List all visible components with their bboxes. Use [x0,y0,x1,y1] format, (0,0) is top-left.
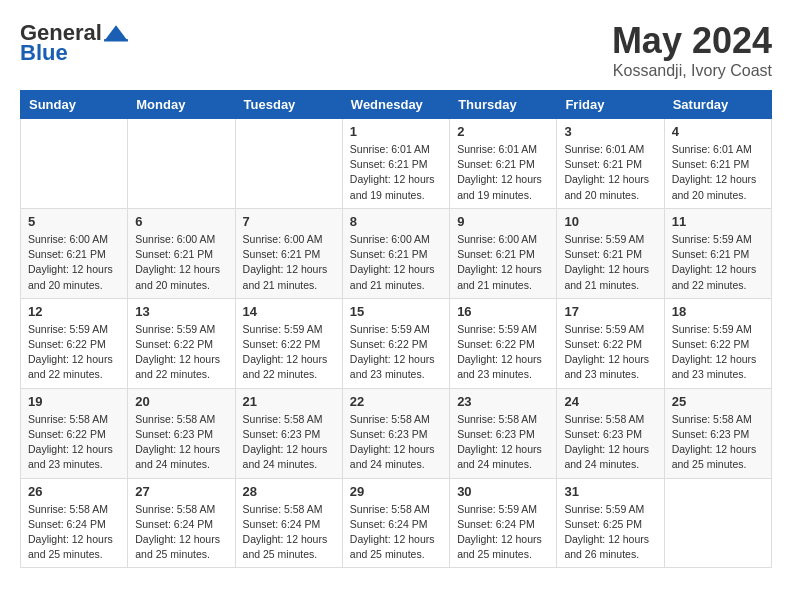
calendar-cell: 29 Sunrise: 5:58 AMSunset: 6:24 PMDaylig… [342,478,449,568]
day-number: 24 [564,394,656,409]
week-row-4: 19 Sunrise: 5:58 AMSunset: 6:22 PMDaylig… [21,388,772,478]
calendar-cell: 3 Sunrise: 6:01 AMSunset: 6:21 PMDayligh… [557,119,664,209]
calendar-cell: 14 Sunrise: 5:59 AMSunset: 6:22 PMDaylig… [235,298,342,388]
weekday-header-tuesday: Tuesday [235,91,342,119]
day-info: Sunrise: 5:58 AMSunset: 6:23 PMDaylight:… [564,412,656,473]
logo: General Blue [20,20,128,66]
day-number: 2 [457,124,549,139]
day-number: 10 [564,214,656,229]
day-info: Sunrise: 5:59 AMSunset: 6:24 PMDaylight:… [457,502,549,563]
day-number: 22 [350,394,442,409]
day-info: Sunrise: 5:59 AMSunset: 6:21 PMDaylight:… [564,232,656,293]
day-info: Sunrise: 5:59 AMSunset: 6:22 PMDaylight:… [457,322,549,383]
day-info: Sunrise: 6:01 AMSunset: 6:21 PMDaylight:… [564,142,656,203]
calendar-cell: 15 Sunrise: 5:59 AMSunset: 6:22 PMDaylig… [342,298,449,388]
day-info: Sunrise: 5:58 AMSunset: 6:23 PMDaylight:… [672,412,764,473]
calendar-cell: 28 Sunrise: 5:58 AMSunset: 6:24 PMDaylig… [235,478,342,568]
day-number: 3 [564,124,656,139]
calendar-cell: 7 Sunrise: 6:00 AMSunset: 6:21 PMDayligh… [235,208,342,298]
day-number: 13 [135,304,227,319]
day-info: Sunrise: 5:58 AMSunset: 6:24 PMDaylight:… [350,502,442,563]
day-info: Sunrise: 5:59 AMSunset: 6:22 PMDaylight:… [564,322,656,383]
calendar-cell: 19 Sunrise: 5:58 AMSunset: 6:22 PMDaylig… [21,388,128,478]
calendar-cell: 21 Sunrise: 5:58 AMSunset: 6:23 PMDaylig… [235,388,342,478]
day-info: Sunrise: 5:58 AMSunset: 6:23 PMDaylight:… [135,412,227,473]
svg-rect-1 [104,39,128,42]
day-number: 6 [135,214,227,229]
logo-icon [104,23,128,43]
calendar-cell: 13 Sunrise: 5:59 AMSunset: 6:22 PMDaylig… [128,298,235,388]
calendar-cell: 10 Sunrise: 5:59 AMSunset: 6:21 PMDaylig… [557,208,664,298]
day-info: Sunrise: 5:58 AMSunset: 6:23 PMDaylight:… [457,412,549,473]
day-number: 7 [243,214,335,229]
calendar-cell [235,119,342,209]
calendar-cell: 20 Sunrise: 5:58 AMSunset: 6:23 PMDaylig… [128,388,235,478]
page-header: General Blue May 2024 Kossandji, Ivory C… [20,20,772,80]
day-number: 1 [350,124,442,139]
day-info: Sunrise: 6:00 AMSunset: 6:21 PMDaylight:… [243,232,335,293]
week-row-3: 12 Sunrise: 5:59 AMSunset: 6:22 PMDaylig… [21,298,772,388]
weekday-header-thursday: Thursday [450,91,557,119]
day-number: 11 [672,214,764,229]
day-info: Sunrise: 5:59 AMSunset: 6:22 PMDaylight:… [243,322,335,383]
day-number: 27 [135,484,227,499]
day-info: Sunrise: 5:59 AMSunset: 6:22 PMDaylight:… [135,322,227,383]
day-number: 16 [457,304,549,319]
calendar-cell: 6 Sunrise: 6:00 AMSunset: 6:21 PMDayligh… [128,208,235,298]
month-year-title: May 2024 [612,20,772,62]
calendar-cell: 8 Sunrise: 6:00 AMSunset: 6:21 PMDayligh… [342,208,449,298]
weekday-header-friday: Friday [557,91,664,119]
week-row-1: 1 Sunrise: 6:01 AMSunset: 6:21 PMDayligh… [21,119,772,209]
day-info: Sunrise: 5:58 AMSunset: 6:24 PMDaylight:… [243,502,335,563]
calendar-cell [128,119,235,209]
calendar-cell: 1 Sunrise: 6:01 AMSunset: 6:21 PMDayligh… [342,119,449,209]
day-number: 28 [243,484,335,499]
day-number: 29 [350,484,442,499]
day-info: Sunrise: 6:01 AMSunset: 6:21 PMDaylight:… [457,142,549,203]
location-text: Kossandji, Ivory Coast [612,62,772,80]
calendar-cell [664,478,771,568]
day-info: Sunrise: 5:59 AMSunset: 6:21 PMDaylight:… [672,232,764,293]
weekday-header-wednesday: Wednesday [342,91,449,119]
calendar-cell: 17 Sunrise: 5:59 AMSunset: 6:22 PMDaylig… [557,298,664,388]
calendar-cell: 24 Sunrise: 5:58 AMSunset: 6:23 PMDaylig… [557,388,664,478]
week-row-5: 26 Sunrise: 5:58 AMSunset: 6:24 PMDaylig… [21,478,772,568]
calendar-cell: 12 Sunrise: 5:59 AMSunset: 6:22 PMDaylig… [21,298,128,388]
calendar-cell: 9 Sunrise: 6:00 AMSunset: 6:21 PMDayligh… [450,208,557,298]
day-info: Sunrise: 6:01 AMSunset: 6:21 PMDaylight:… [672,142,764,203]
calendar-table: SundayMondayTuesdayWednesdayThursdayFrid… [20,90,772,568]
day-number: 8 [350,214,442,229]
day-info: Sunrise: 5:58 AMSunset: 6:24 PMDaylight:… [28,502,120,563]
day-number: 21 [243,394,335,409]
calendar-cell: 23 Sunrise: 5:58 AMSunset: 6:23 PMDaylig… [450,388,557,478]
day-number: 23 [457,394,549,409]
day-number: 12 [28,304,120,319]
calendar-cell: 16 Sunrise: 5:59 AMSunset: 6:22 PMDaylig… [450,298,557,388]
day-info: Sunrise: 6:00 AMSunset: 6:21 PMDaylight:… [350,232,442,293]
day-number: 15 [350,304,442,319]
title-section: May 2024 Kossandji, Ivory Coast [612,20,772,80]
day-info: Sunrise: 5:58 AMSunset: 6:23 PMDaylight:… [243,412,335,473]
day-info: Sunrise: 5:59 AMSunset: 6:22 PMDaylight:… [28,322,120,383]
day-number: 19 [28,394,120,409]
week-row-2: 5 Sunrise: 6:00 AMSunset: 6:21 PMDayligh… [21,208,772,298]
day-number: 20 [135,394,227,409]
day-info: Sunrise: 5:59 AMSunset: 6:25 PMDaylight:… [564,502,656,563]
calendar-cell: 26 Sunrise: 5:58 AMSunset: 6:24 PMDaylig… [21,478,128,568]
day-info: Sunrise: 6:00 AMSunset: 6:21 PMDaylight:… [457,232,549,293]
day-number: 17 [564,304,656,319]
weekday-header-sunday: Sunday [21,91,128,119]
day-info: Sunrise: 5:59 AMSunset: 6:22 PMDaylight:… [672,322,764,383]
day-number: 25 [672,394,764,409]
day-info: Sunrise: 6:01 AMSunset: 6:21 PMDaylight:… [350,142,442,203]
day-number: 9 [457,214,549,229]
calendar-cell: 30 Sunrise: 5:59 AMSunset: 6:24 PMDaylig… [450,478,557,568]
calendar-cell: 22 Sunrise: 5:58 AMSunset: 6:23 PMDaylig… [342,388,449,478]
day-info: Sunrise: 5:58 AMSunset: 6:24 PMDaylight:… [135,502,227,563]
day-number: 30 [457,484,549,499]
calendar-cell: 5 Sunrise: 6:00 AMSunset: 6:21 PMDayligh… [21,208,128,298]
weekday-header-saturday: Saturday [664,91,771,119]
day-number: 5 [28,214,120,229]
weekday-header-monday: Monday [128,91,235,119]
calendar-cell: 18 Sunrise: 5:59 AMSunset: 6:22 PMDaylig… [664,298,771,388]
